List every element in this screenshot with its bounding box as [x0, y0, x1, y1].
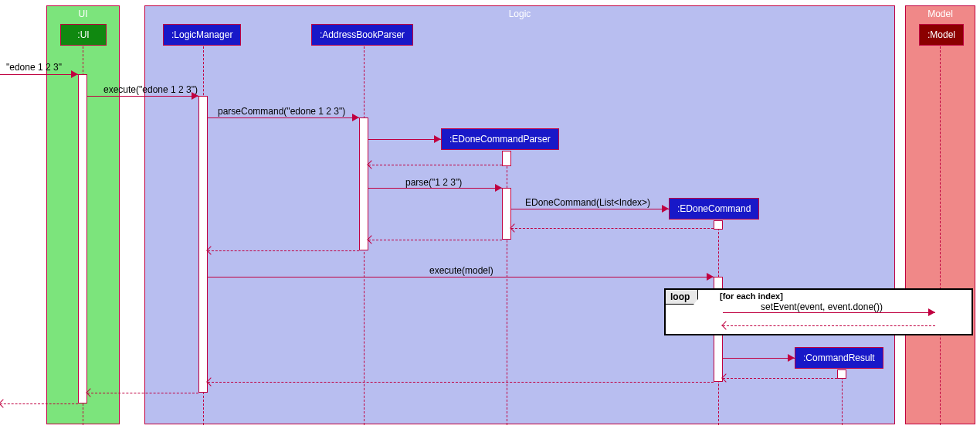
participant-address-parser: :AddressBookParser	[311, 24, 413, 46]
arrow-return-edone-logic	[208, 382, 714, 383]
arrow-return-external	[0, 403, 78, 404]
arrow-edone-ctor	[511, 209, 669, 209]
loop-guard: [for each index]	[720, 291, 783, 301]
participant-cmd-result: :CommandResult	[795, 347, 883, 369]
participant-logic-manager: :LogicManager	[163, 24, 241, 46]
arrow-parse-command-head	[352, 114, 359, 121]
arrow-create-cmd-result-head	[788, 354, 795, 362]
activation-edone-parser-2	[502, 188, 511, 240]
arrow-execute-head	[192, 92, 198, 100]
group-ui-title: UI	[79, 9, 88, 19]
msg-input: "edone 1 2 3"	[6, 62, 62, 73]
group-logic-title: Logic	[509, 9, 531, 19]
msg-set-event: setEvent(event, event.done())	[761, 301, 883, 312]
arrow-create-edone-parser	[368, 139, 441, 140]
msg-execute-model: execute(model)	[429, 265, 493, 276]
arrow-return-ui	[87, 393, 198, 393]
arrow-input	[0, 74, 78, 75]
activation-edone-parser-1	[502, 151, 511, 166]
participant-edone-parser: :EDoneCommandParser	[441, 128, 559, 150]
arrow-return-external-head	[0, 399, 8, 407]
activation-ui	[78, 74, 87, 403]
arrow-input-head	[71, 70, 78, 78]
arrow-parse-head	[495, 184, 502, 192]
arrow-set-event	[723, 312, 935, 313]
arrow-execute	[87, 96, 198, 97]
arrow-return-cmd-result	[723, 378, 837, 379]
loop-title: loop	[666, 290, 698, 305]
lifeline-model	[940, 46, 941, 425]
participant-model: :Model	[919, 24, 964, 46]
arrow-return-edone-cmd-create	[511, 228, 714, 229]
arrow-execute-model	[208, 277, 714, 277]
arrow-parse	[368, 188, 502, 189]
arrow-create-edone-parser-head	[434, 135, 441, 143]
participant-edone-cmd: :EDoneCommand	[669, 198, 759, 220]
arrow-set-event-head	[928, 308, 935, 316]
arrow-return-to-parser	[368, 240, 502, 240]
arrow-edone-ctor-head	[662, 205, 669, 213]
msg-parse-command: parseCommand("edone 1 2 3")	[218, 106, 345, 117]
group-model-title: Model	[927, 9, 953, 19]
arrow-execute-model-head	[707, 273, 714, 281]
arrow-return-to-logic	[208, 250, 359, 251]
arrow-create-cmd-result	[723, 358, 795, 359]
activation-logic-manager	[198, 96, 208, 393]
msg-execute: execute("edone 1 2 3")	[103, 84, 198, 95]
activation-address-parser	[359, 117, 368, 250]
msg-edone-ctor: EDoneCommand(List<Index>)	[525, 197, 650, 208]
msg-parse: parse("1 2 3")	[405, 177, 462, 188]
arrow-return-model	[723, 325, 935, 326]
activation-cmd-result	[837, 369, 846, 379]
participant-ui: :UI	[60, 24, 107, 46]
arrow-return-edone-parser-create	[368, 165, 502, 165]
activation-edone-cmd-1	[714, 220, 723, 230]
group-logic: Logic	[144, 5, 895, 424]
arrow-parse-command	[208, 117, 359, 118]
